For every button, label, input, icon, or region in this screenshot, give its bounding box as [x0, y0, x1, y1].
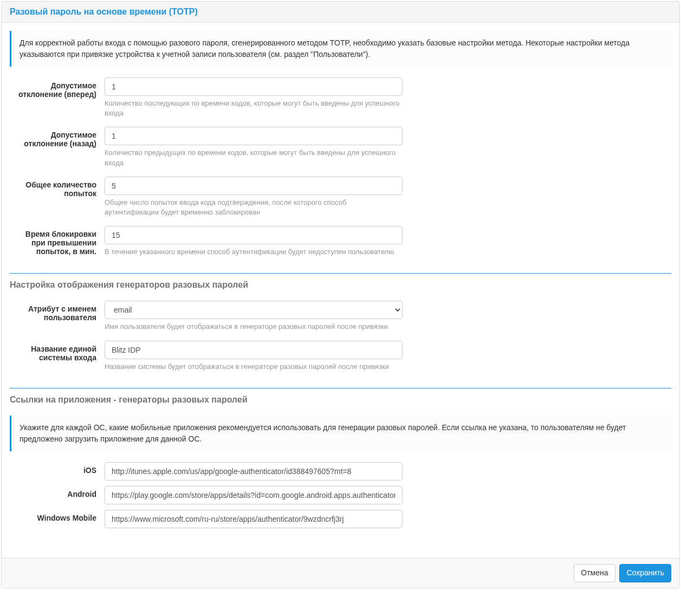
row-look-ahead: Допустимое отклонение (вперед) Количеств…	[10, 77, 671, 118]
intro-note: Для корректной работы входа с помощью ра…	[10, 31, 671, 67]
select-username-attr[interactable]: email	[105, 301, 403, 319]
input-look-back[interactable]	[105, 127, 403, 145]
label-look-back: Допустимое отклонение (назад)	[10, 127, 105, 148]
input-system-name[interactable]	[105, 341, 403, 359]
label-attempts: Общее количество попыток	[10, 177, 105, 198]
row-android: Android	[10, 486, 671, 504]
section-title-links: Ссылки на приложения - генераторы разовы…	[10, 395, 671, 405]
panel-footer: Отмена Сохранить	[2, 558, 679, 588]
input-windows[interactable]	[105, 510, 403, 528]
section-divider-display	[10, 273, 671, 274]
panel-body: Для корректной работы входа с помощью ра…	[2, 23, 679, 558]
help-lock-time: В течение указанного времени способ ауте…	[105, 247, 403, 257]
row-ios: iOS	[10, 462, 671, 481]
label-look-ahead: Допустимое отклонение (вперед)	[10, 77, 105, 99]
input-lock-time[interactable]	[105, 226, 403, 244]
input-attempts[interactable]	[105, 177, 403, 195]
input-look-ahead[interactable]	[105, 77, 403, 96]
row-windows: Windows Mobile	[10, 510, 671, 528]
label-windows: Windows Mobile	[10, 510, 105, 522]
panel-header: Разовый пароль на основе времени (TOTP)	[2, 2, 679, 23]
section-title-display: Настройка отображения генераторов разовы…	[10, 280, 671, 290]
row-lock-time: Время блокировки при превышении попыток,…	[10, 226, 671, 257]
row-username-attr: Атрибут с именем пользователя email Имя …	[10, 301, 671, 332]
label-android: Android	[10, 486, 105, 498]
row-system-name: Название единой системы входа Название с…	[10, 341, 671, 372]
row-attempts: Общее количество попыток Общее число поп…	[10, 177, 671, 217]
save-button[interactable]: Сохранить	[619, 564, 671, 582]
label-ios: iOS	[10, 462, 105, 475]
help-system-name: Название системы будет отображаться в ге…	[105, 362, 403, 372]
input-ios[interactable]	[105, 462, 403, 481]
input-android[interactable]	[105, 486, 403, 504]
help-username-attr: Имя пользователя будет отображаться в ге…	[105, 322, 403, 332]
label-lock-time: Время блокировки при превышении попыток,…	[10, 226, 105, 256]
panel-title: Разовый пароль на основе времени (TOTP)	[10, 7, 671, 17]
help-attempts: Общее число попыток ввода кода подтвержд…	[105, 198, 403, 217]
links-note: Укажите для каждой ОС, какие мобильные п…	[10, 416, 671, 451]
totp-settings-panel: Разовый пароль на основе времени (TOTP) …	[1, 1, 680, 588]
section-divider-links	[10, 388, 671, 388]
row-look-back: Допустимое отклонение (назад) Количество…	[10, 127, 671, 167]
help-look-back: Количество предыдущих по времени кодов, …	[105, 148, 403, 167]
label-system-name: Название единой системы входа	[10, 341, 105, 362]
cancel-button[interactable]: Отмена	[574, 564, 615, 582]
help-look-ahead: Количество последующих по времени кодов,…	[105, 99, 403, 118]
label-username-attr: Атрибут с именем пользователя	[10, 301, 105, 322]
